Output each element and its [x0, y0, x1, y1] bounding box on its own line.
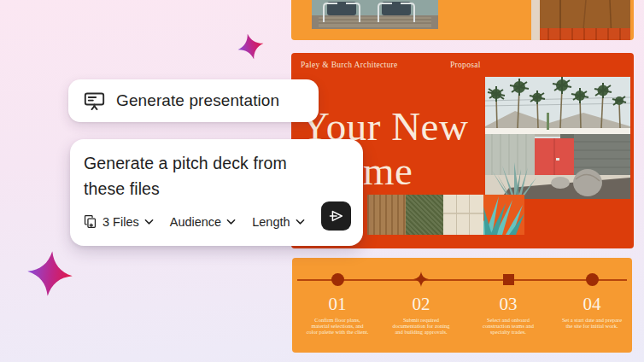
timeline-step-1: 01 Confirm floor plans, material selecti…	[303, 268, 372, 336]
chrome-chairs-photo	[312, 0, 438, 29]
chevron-down-icon	[296, 219, 305, 225]
step-text: Select and onboard construction teams an…	[476, 317, 541, 336]
agave-closeup-photo	[483, 195, 524, 235]
step-number: 02	[387, 295, 455, 313]
prompt-input-text[interactable]: Generate a pitch deck from these files	[84, 150, 349, 201]
files-label: 3 Files	[102, 215, 139, 229]
length-label: Length	[252, 215, 290, 229]
chip-label: Generate presentation	[116, 91, 279, 110]
length-dropdown[interactable]: Length	[252, 215, 304, 229]
timeline-marker-circle	[586, 273, 599, 286]
green-fabric-swatch	[406, 195, 443, 235]
sparkle-star-icon	[25, 248, 74, 298]
wood-material-swatch	[367, 195, 406, 235]
timeline-marker-circle	[331, 273, 344, 286]
timeline-step-2: 02 Submit required documentation for zon…	[387, 268, 455, 336]
step-number: 03	[474, 295, 542, 313]
step-text: Set a start date and prepare the site fo…	[559, 317, 624, 329]
wood-panel-sofa-photo	[531, 0, 630, 40]
slide-proposal-text: Proposal	[450, 61, 481, 69]
step-text: Confirm floor plans, material selections…	[305, 317, 370, 336]
step-number: 01	[303, 295, 372, 313]
slide-preview-timeline: 01 Confirm floor plans, material selecti…	[292, 258, 632, 353]
prompt-card: Generate a pitch deck from these files 3…	[70, 139, 363, 246]
audience-label: Audience	[170, 215, 221, 229]
send-button[interactable]	[321, 201, 351, 231]
timeline-marker-square	[503, 274, 514, 285]
palm-springs-house-photo	[485, 77, 630, 199]
timeline-step-4: 04 Set a start date and prepare the site…	[558, 268, 626, 329]
send-icon	[328, 207, 345, 225]
slide-preview-top	[291, 0, 634, 40]
step-text: Submit required documentation for zoning…	[389, 317, 454, 336]
generate-presentation-button[interactable]: Generate presentation	[68, 79, 319, 122]
cream-panel-swatch	[443, 195, 483, 235]
page-background: Paley & Burch Architecture Proposal Your…	[0, 0, 644, 362]
step-number: 04	[558, 295, 626, 313]
timeline-step-3: 03 Select and onboard construction teams…	[474, 268, 542, 336]
sparkle-star-icon	[235, 31, 267, 63]
audience-dropdown[interactable]: Audience	[170, 215, 236, 229]
chevron-down-icon	[226, 219, 236, 225]
chevron-down-icon	[144, 219, 154, 225]
timeline-marker-four-point-star	[413, 272, 429, 287]
add-files-icon	[83, 214, 97, 229]
presentation-board-icon	[83, 90, 106, 113]
files-dropdown[interactable]: 3 Files	[83, 214, 154, 229]
slide-brand-text: Paley & Burch Architecture	[301, 61, 398, 69]
